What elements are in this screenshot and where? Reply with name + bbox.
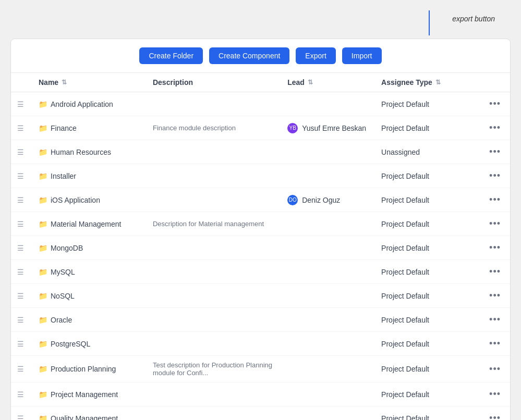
more-options-button[interactable]: ••• bbox=[486, 289, 504, 302]
lead-avatar: DO bbox=[287, 195, 298, 205]
component-name[interactable]: Android Application bbox=[51, 100, 113, 108]
name-cell: 📁 PostgreSQL bbox=[39, 340, 140, 348]
assignee-type-cell: Project Default bbox=[375, 188, 479, 212]
drag-handle[interactable]: ☰ bbox=[17, 292, 26, 300]
lead-cell bbox=[281, 382, 375, 406]
table-row: ☰ 📁 Oracle Project Default••• bbox=[11, 308, 510, 332]
name-cell: 📁 Quality Management bbox=[39, 414, 140, 421]
assignee-type-cell: Project Default bbox=[375, 116, 479, 140]
component-name[interactable]: MySQL bbox=[51, 268, 75, 276]
lead-col-header: Lead ⇅ bbox=[281, 73, 375, 92]
lead-cell bbox=[281, 140, 375, 164]
table-row: ☰ 📁 Project Management Project Default••… bbox=[11, 382, 510, 406]
annotation-text: export button bbox=[452, 15, 495, 23]
description-cell: Finance module description bbox=[147, 116, 281, 140]
description-cell bbox=[147, 188, 281, 212]
component-name[interactable]: iOS Application bbox=[51, 196, 100, 204]
lead-name: Yusuf Emre Beskan bbox=[302, 124, 366, 132]
table-row: ☰ 📁 Android Application Project Default•… bbox=[11, 92, 510, 116]
name-filter-icon[interactable]: ⇅ bbox=[62, 79, 67, 86]
drag-handle[interactable]: ☰ bbox=[17, 220, 26, 228]
drag-handle[interactable]: ☰ bbox=[17, 148, 26, 156]
description-cell bbox=[147, 260, 281, 284]
description-col-header: Description bbox=[147, 73, 281, 92]
import-button[interactable]: Import bbox=[342, 47, 382, 64]
component-name[interactable]: Finance bbox=[51, 124, 77, 132]
component-name[interactable]: Material Management bbox=[51, 220, 121, 228]
drag-handle[interactable]: ☰ bbox=[17, 268, 26, 276]
component-name[interactable]: PostgreSQL bbox=[51, 340, 90, 348]
more-options-button[interactable]: ••• bbox=[486, 145, 504, 158]
name-col-header: Name ⇅ bbox=[32, 73, 147, 92]
lead-cell: YB Yusuf Emre Beskan bbox=[281, 116, 375, 140]
drag-handle[interactable]: ☰ bbox=[17, 196, 26, 204]
drag-handle[interactable]: ☰ bbox=[17, 316, 26, 324]
folder-icon: 📁 bbox=[39, 148, 47, 156]
folder-icon: 📁 bbox=[39, 390, 47, 399]
table-row: ☰ 📁 Production Planning Test description… bbox=[11, 356, 510, 382]
assignee-type-cell: Project Default bbox=[375, 308, 479, 332]
component-name[interactable]: Human Resources bbox=[51, 148, 111, 156]
drag-handle[interactable]: ☰ bbox=[17, 365, 26, 373]
folder-icon: 📁 bbox=[39, 292, 47, 300]
assignee-type-cell: Project Default bbox=[375, 212, 479, 236]
name-cell: 📁 Production Planning bbox=[39, 365, 140, 373]
drag-handle[interactable]: ☰ bbox=[17, 390, 26, 399]
create-component-button[interactable]: Create Component bbox=[209, 47, 289, 64]
more-options-button[interactable]: ••• bbox=[486, 217, 504, 230]
folder-icon: 📁 bbox=[39, 414, 47, 421]
name-cell: 📁 Installer bbox=[39, 172, 140, 180]
more-options-button[interactable]: ••• bbox=[486, 121, 504, 134]
assignee-col-header: Assignee Type ⇅ bbox=[375, 73, 479, 92]
more-options-button[interactable]: ••• bbox=[486, 388, 504, 401]
more-options-button[interactable]: ••• bbox=[486, 412, 504, 420]
more-options-button[interactable]: ••• bbox=[486, 193, 504, 206]
folder-icon: 📁 bbox=[39, 244, 47, 252]
table-row: ☰ 📁 Installer Project Default••• bbox=[11, 164, 510, 188]
more-options-button[interactable]: ••• bbox=[486, 363, 504, 376]
description-cell bbox=[147, 284, 281, 308]
name-cell: 📁 Oracle bbox=[39, 316, 140, 324]
export-button[interactable]: Export bbox=[296, 47, 335, 64]
name-cell: 📁 MySQL bbox=[39, 268, 140, 276]
export-annotation: export button bbox=[10, 10, 511, 36]
drag-col-header bbox=[11, 73, 32, 92]
description-cell bbox=[147, 382, 281, 406]
folder-icon: 📁 bbox=[39, 196, 47, 204]
table-row: ☰ 📁 Quality Management Project Default••… bbox=[11, 406, 510, 421]
assignee-type-cell: Project Default bbox=[375, 356, 479, 382]
more-options-button[interactable]: ••• bbox=[486, 313, 504, 326]
more-options-button[interactable]: ••• bbox=[486, 265, 504, 278]
assignee-type-cell: Project Default bbox=[375, 284, 479, 308]
more-options-button[interactable]: ••• bbox=[486, 337, 504, 350]
create-folder-button[interactable]: Create Folder bbox=[139, 47, 203, 64]
description-cell bbox=[147, 406, 281, 421]
drag-handle[interactable]: ☰ bbox=[17, 414, 26, 421]
name-cell: 📁 Android Application bbox=[39, 100, 140, 108]
assignee-type-cell: Project Default bbox=[375, 92, 479, 116]
component-name[interactable]: NoSQL bbox=[51, 292, 75, 300]
component-name[interactable]: Installer bbox=[51, 172, 76, 180]
drag-handle[interactable]: ☰ bbox=[17, 124, 26, 132]
lead-cell bbox=[281, 284, 375, 308]
lead-filter-icon[interactable]: ⇅ bbox=[308, 79, 313, 86]
more-options-button[interactable]: ••• bbox=[486, 241, 504, 254]
drag-handle[interactable]: ☰ bbox=[17, 340, 26, 348]
folder-icon: 📁 bbox=[39, 316, 47, 324]
component-name[interactable]: Project Management bbox=[51, 390, 118, 399]
description-cell bbox=[147, 332, 281, 356]
drag-handle[interactable]: ☰ bbox=[17, 244, 26, 252]
more-options-button[interactable]: ••• bbox=[486, 169, 504, 182]
table-body: ☰ 📁 Android Application Project Default•… bbox=[11, 92, 510, 421]
component-name[interactable]: Production Planning bbox=[51, 365, 116, 373]
component-name[interactable]: Quality Management bbox=[51, 414, 118, 421]
drag-handle[interactable]: ☰ bbox=[17, 100, 26, 108]
assignee-filter-icon[interactable]: ⇅ bbox=[435, 79, 441, 86]
more-options-button[interactable]: ••• bbox=[486, 97, 504, 110]
component-name[interactable]: MongoDB bbox=[51, 244, 83, 252]
lead-cell bbox=[281, 308, 375, 332]
name-cell: 📁 Finance bbox=[39, 124, 140, 132]
component-name[interactable]: Oracle bbox=[51, 316, 72, 324]
table-row: ☰ 📁 Material Management Description for … bbox=[11, 212, 510, 236]
drag-handle[interactable]: ☰ bbox=[17, 172, 26, 180]
